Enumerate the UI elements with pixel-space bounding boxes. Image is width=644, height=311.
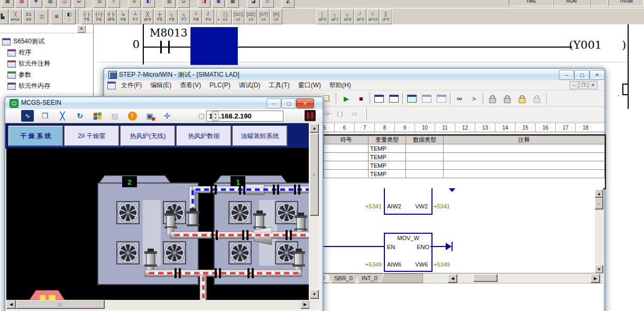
runtime-monitor-icon[interactable]: ∿	[21, 110, 34, 122]
gx-toolbar-icon[interactable]: ▨	[44, 0, 57, 8]
mcgs-vscrollbar[interactable]: ▲ ≡ ▼	[309, 123, 319, 300]
tab-sbr0[interactable]: SBR_0	[328, 273, 358, 283]
col-header-symbol[interactable]: 符号	[324, 136, 369, 144]
gx-toolbar-icon[interactable]: ▤	[93, 0, 106, 8]
nav-drying-room-2[interactable]: 2# 干燥室	[65, 126, 119, 146]
network-icon[interactable]: ▣	[143, 110, 156, 122]
gx-toolbar-icon[interactable]: ◨	[198, 0, 210, 8]
gx-ladder-tool-f6-contact-closed[interactable]: ┤/├F6	[93, 9, 105, 24]
monitor-glasses-icon[interactable]: ∞	[453, 92, 466, 105]
gx-tool-button[interactable]: ⊞	[50, 9, 63, 24]
col-header-var-type[interactable]: 变量类型	[369, 136, 406, 144]
gx-ladder-tool-af8[interactable]: ╕aF8	[342, 9, 354, 24]
gx-toolbar-icon[interactable]: ⊞	[128, 0, 141, 8]
password-lock-icon[interactable]	[516, 92, 528, 105]
scrollbar-thumb[interactable]: ≡	[310, 133, 319, 216]
fullscreen-icon[interactable]: ✣	[161, 110, 173, 122]
table-row[interactable]: TEMP	[324, 153, 605, 161]
tools-icon[interactable]: ╳	[56, 110, 69, 122]
ip-address-field[interactable]: 1 ▲▼ .168.2.190	[206, 111, 283, 122]
printer-icon[interactable]: ▤	[108, 110, 121, 122]
step7-minimize-button[interactable]: ‒	[559, 70, 574, 80]
unlock-icon[interactable]	[501, 92, 513, 105]
gx-toolbar-icon[interactable]: ◭	[282, 0, 295, 8]
scrollbar-thumb[interactable]: |||	[16, 300, 105, 309]
gx-ladder-tool-f5b[interactable]: ┼F5	[154, 9, 165, 24]
gx-toolbar-icon[interactable]: ◫	[58, 0, 71, 8]
gx-ladder-tool-c4[interactable]: [ST]c4	[257, 9, 270, 24]
pointer-hand-icon[interactable]: ➤	[468, 92, 481, 105]
nav-tank-loading-system[interactable]: 油罐装卸系统	[233, 126, 287, 146]
gx-ladder-tool-c1[interactable]: [ ]c1	[219, 9, 232, 24]
col-header-comment[interactable]: 注释	[444, 136, 605, 144]
gx-ladder-tool-cf9[interactable]: ╳cF9	[380, 9, 392, 24]
mcgs-minimize-button[interactable]: ‒	[266, 98, 281, 108]
scroll-up-button[interactable]: ▲	[310, 124, 319, 133]
scroll-down-button[interactable]: ▼	[595, 265, 603, 273]
tree-item-program[interactable]: 程序	[0, 47, 93, 58]
tab-scroll-left-button[interactable]: ◀	[448, 274, 457, 283]
gx-ladder-tool-f9[interactable]: ╛F9	[203, 9, 214, 24]
mdi-restore-button[interactable]: ❐	[579, 81, 588, 89]
step7-close-button[interactable]: ✕	[590, 70, 605, 80]
gx-ladder-tool-f6b[interactable]: ┐F6	[166, 9, 178, 24]
windows-logo-icon[interactable]	[91, 110, 104, 122]
nav-drying-system[interactable]: 干 燥 系 统	[8, 126, 63, 146]
table-row[interactable]: TEMP	[324, 170, 605, 178]
gx-ladder-tool-c3[interactable]: [SE]c3	[245, 9, 257, 24]
program-block2-icon[interactable]	[388, 92, 400, 105]
menu-tools[interactable]: 工具(T)	[264, 80, 293, 91]
tab-int0[interactable]: INT_0	[356, 273, 383, 283]
gx-toolbar-icon[interactable]: ≡	[107, 0, 120, 8]
tree-item-device-memory[interactable]: 软元件内存	[0, 80, 93, 92]
gx-edit-cursor[interactable]	[190, 27, 238, 65]
gx-ladder-tool-af10[interactable]: ╛aF10	[367, 9, 379, 24]
gx-ladder-tool-c5[interactable]: [R]c5	[270, 9, 282, 24]
gx-ladder-tool-sf5[interactable]: ╳sF5	[142, 9, 153, 24]
insert-box-icon[interactable]: ▭	[352, 110, 357, 117]
gx-tool-button[interactable]: ◫	[35, 9, 48, 24]
stop-icon[interactable]: ■	[355, 92, 367, 105]
insert-coil-icon[interactable]: ( )	[337, 110, 343, 117]
mdi-close-button[interactable]: ✕	[588, 81, 597, 89]
scada-view[interactable]: 2 1	[6, 148, 309, 300]
trend-chart-icon[interactable]	[420, 92, 433, 105]
gx-ladder-tool-c2[interactable]: [SC]c2	[232, 9, 244, 24]
refresh-icon[interactable]: ↻	[73, 110, 86, 122]
table-row[interactable]: TEMP	[324, 144, 605, 153]
step7-titlebar[interactable]: STEP 7-Micro/WIN - 测试 - [SIMATIC LAD] ‒ …	[104, 69, 604, 80]
menu-file[interactable]: 文件(F)	[117, 80, 146, 91]
insert-contact-icon[interactable]: ⊣⊢	[322, 110, 333, 117]
tree-panel-close-button[interactable]: ×	[77, 25, 86, 33]
program-block-icon[interactable]	[373, 92, 385, 105]
gx-toolbar-icon[interactable]: ⊟	[72, 0, 85, 8]
menu-help[interactable]: 帮助(H)	[325, 80, 355, 91]
gx-toolbar-icon[interactable]: ✚	[30, 0, 42, 8]
gx-toolbar-icon[interactable]: ▦	[1, 0, 14, 8]
table-row[interactable]: TEMP	[324, 161, 605, 170]
gx-toolbar-icon[interactable]: ▣	[212, 0, 225, 8]
scroll-right-button[interactable]: ▶	[300, 300, 310, 309]
menu-debug[interactable]: 调试(D)	[235, 80, 265, 91]
gx-ladder-tool-af5[interactable]: │aF5	[316, 9, 328, 24]
gx-ladder-tool-f5-contact[interactable]: ┤├F5	[81, 9, 93, 24]
gx-toolbar-icon[interactable]: ◧	[142, 0, 155, 8]
gx-tool-button[interactable]: S1S9	[22, 9, 35, 24]
menu-plc[interactable]: PLC(P)	[205, 80, 234, 90]
tree-item-project[interactable]: S6540测试	[0, 36, 93, 47]
gx-ladder-tool-af7[interactable]: ┐aF7	[329, 9, 341, 24]
mcgs-close-button[interactable]: ✕	[296, 98, 314, 108]
mcgs-titlebar[interactable]: MCGS-SEEIN ‒ ▢ ✕	[5, 97, 323, 109]
scroll-up-button[interactable]: ▲	[595, 189, 603, 198]
nav-hot-air-furnace-data[interactable]: 热风炉数据	[177, 126, 231, 146]
gx-tool-button-error[interactable]: ╳error	[9, 9, 22, 24]
status-chart-icon[interactable]	[406, 92, 418, 105]
windows-cascade-icon[interactable]: ❐	[39, 110, 51, 122]
gx-ladder-tool-f8b[interactable]: ┘F8	[190, 9, 202, 24]
mcgs-hscrollbar[interactable]: ◀ ||| ▶	[6, 300, 309, 309]
gx-toolbar-icon[interactable]: ▥	[163, 0, 176, 8]
tree-item-parameter[interactable]: 参数	[0, 69, 93, 80]
mdi-minimize-button[interactable]: ‒	[569, 81, 578, 89]
gx-toolbar-icon[interactable]: ▧	[15, 0, 28, 8]
gx-ladder-tool-f7[interactable]: ┴F7	[130, 9, 141, 24]
